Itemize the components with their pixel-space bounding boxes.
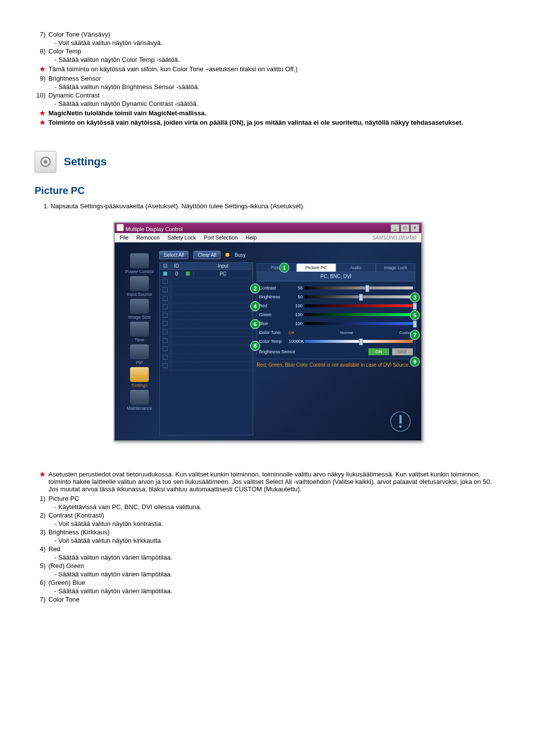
status-dot-icon xyxy=(186,272,190,276)
menu-item[interactable]: Safety Lock xyxy=(168,235,196,240)
slider-label: Green xyxy=(259,312,289,317)
brand-label: SAMSUNG DIGITall xyxy=(372,235,416,240)
svg-point-1 xyxy=(44,160,47,164)
list-item: 7) Color Tone (Värisävy) xyxy=(35,31,499,38)
panel-footnote: Red, Green, Blue Color Control is not av… xyxy=(257,359,415,368)
maximize-button[interactable]: □ xyxy=(400,224,409,232)
table-row[interactable] xyxy=(160,303,253,312)
settings-title: Settings xyxy=(64,155,107,168)
slider-track[interactable] xyxy=(305,295,413,298)
row-checkbox[interactable] xyxy=(163,287,168,292)
sidebar-icon xyxy=(130,253,149,268)
list-number: 3) xyxy=(35,528,45,536)
row-checkbox[interactable] xyxy=(163,279,168,284)
sidebar-item[interactable]: Maintenance xyxy=(124,390,155,411)
tab-image-lock[interactable]: Image Lock xyxy=(376,263,415,272)
table-row[interactable] xyxy=(160,354,253,362)
tone-options[interactable]: OffNormalCustom xyxy=(289,331,413,335)
list-number: 8) xyxy=(35,47,45,55)
sidebar-icon xyxy=(130,344,149,359)
row-checkbox[interactable] xyxy=(163,321,168,326)
tab-picture-pc[interactable]: Picture PC xyxy=(296,263,336,272)
slider-track[interactable] xyxy=(305,286,413,289)
bsensor-off-button[interactable]: OFF xyxy=(392,348,413,355)
close-button[interactable]: × xyxy=(410,224,419,232)
window-titlebar[interactable]: Multiple Display Control _ □ × xyxy=(115,223,421,233)
slider-track[interactable] xyxy=(305,304,413,307)
list-number: 4) xyxy=(35,545,45,553)
sidebar-icon xyxy=(130,390,149,405)
slider-thumb[interactable] xyxy=(359,294,363,301)
clear-all-button[interactable]: Clear All xyxy=(193,251,221,259)
col-id: ID xyxy=(171,263,182,269)
list-item: 3)Brightness (Kirkkaus) xyxy=(35,528,499,536)
star-icon: ★ xyxy=(35,65,45,73)
sidebar-item[interactable]: PIP xyxy=(124,344,155,365)
sidebar-item[interactable]: Power Control xyxy=(124,253,155,274)
menu-item[interactable]: Port Selection xyxy=(204,235,237,240)
mode-bar: PC, BNC, DVI xyxy=(257,272,415,281)
list-title: (Red) Green xyxy=(48,562,499,569)
menu-item[interactable]: File xyxy=(120,235,129,240)
list-item: 6)(Green) Blue xyxy=(35,579,499,586)
slider-label: Red xyxy=(259,303,289,308)
sidebar-item[interactable]: Settings xyxy=(124,367,155,388)
table-row[interactable] xyxy=(160,320,253,329)
row-checkbox[interactable] xyxy=(163,304,168,309)
table-row[interactable] xyxy=(160,329,253,337)
row-checkbox[interactable] xyxy=(163,355,168,360)
menu-item[interactable]: Remocon xyxy=(136,235,160,240)
list-sub: - Käytettävissä vain PC, BNC, DVI olless… xyxy=(54,503,499,511)
slider-track[interactable] xyxy=(305,322,413,325)
list-sub: - Säätää valitun näytön Color Temp -säät… xyxy=(54,56,499,63)
row-checkbox[interactable] xyxy=(163,363,168,368)
list-title: Brightness Sensor xyxy=(48,75,499,82)
row-checkbox[interactable] xyxy=(163,346,168,351)
row-checkbox[interactable] xyxy=(163,272,167,276)
table-row[interactable]: 0PC xyxy=(160,270,253,278)
callout-7: 7 xyxy=(410,330,420,340)
slider-thumb[interactable] xyxy=(413,303,417,310)
slider-thumb[interactable] xyxy=(359,338,363,345)
sidebar-item[interactable]: Input Source xyxy=(124,276,155,297)
callout-2: 2 xyxy=(250,284,260,293)
tab-audio[interactable]: Audio xyxy=(336,263,376,272)
table-row[interactable] xyxy=(160,337,253,345)
menu-item[interactable]: Help xyxy=(246,235,257,240)
table-row[interactable] xyxy=(160,295,253,303)
row-checkbox[interactable] xyxy=(163,330,168,334)
table-row[interactable] xyxy=(160,286,253,295)
table-row[interactable] xyxy=(160,312,253,320)
slider-track[interactable] xyxy=(305,340,413,343)
col-check[interactable]: ☑ xyxy=(160,263,171,269)
row-checkbox[interactable] xyxy=(163,313,168,318)
list-item: 9) Brightness Sensor xyxy=(35,75,499,82)
select-all-button[interactable]: Select All xyxy=(159,251,188,259)
list-item: 7)Color Tone xyxy=(35,596,499,603)
star-icon: ★ xyxy=(35,109,45,117)
slider-thumb[interactable] xyxy=(365,285,369,292)
table-row[interactable] xyxy=(160,278,253,286)
slider-track[interactable] xyxy=(305,313,413,316)
list-number: 6) xyxy=(35,579,45,586)
bsensor-on-button[interactable]: ON xyxy=(368,348,389,355)
slider-value: 100 xyxy=(289,321,303,326)
slider-thumb[interactable] xyxy=(413,321,417,328)
list-sub: - Voit säätää valitun näytön värisävyä. xyxy=(54,39,499,47)
sidebar-label: PIP xyxy=(124,360,155,365)
star-icon: ★ xyxy=(35,471,45,493)
minimize-button[interactable]: _ xyxy=(391,224,400,232)
tab-picture[interactable]: Pictur xyxy=(257,263,296,272)
table-row[interactable] xyxy=(160,362,253,371)
table-row[interactable] xyxy=(160,345,253,354)
slider-row: Red100 xyxy=(259,301,413,310)
slider-row: Brightness50 xyxy=(259,292,413,301)
sidebar-item[interactable]: Time xyxy=(124,322,155,342)
sidebar-label: Input Source xyxy=(124,292,155,297)
list-number: 7) xyxy=(35,596,45,603)
row-checkbox[interactable] xyxy=(163,338,168,343)
row-checkbox[interactable] xyxy=(163,296,168,301)
sidebar-item[interactable]: Image Size xyxy=(124,299,155,320)
slider-row: Contrast56 xyxy=(259,284,413,292)
note-text: Tämä toiminto on käytössä vain silloin, … xyxy=(48,65,499,73)
